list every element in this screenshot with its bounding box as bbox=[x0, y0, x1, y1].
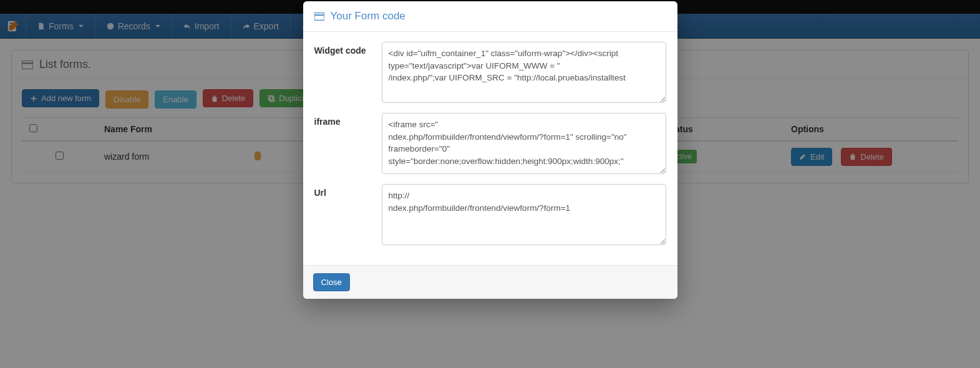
card-icon bbox=[314, 12, 324, 21]
form-code-modal: Your Form code Widget code iframe Url Cl… bbox=[303, 1, 677, 299]
url-textarea[interactable] bbox=[382, 184, 666, 245]
url-label: Url bbox=[314, 184, 371, 245]
iframe-label: iframe bbox=[314, 113, 371, 174]
iframe-textarea[interactable] bbox=[382, 113, 666, 174]
close-button[interactable]: Close bbox=[313, 273, 350, 291]
widget-code-textarea[interactable] bbox=[382, 42, 666, 103]
svg-rect-11 bbox=[314, 12, 324, 20]
modal-header: Your Form code bbox=[303, 1, 677, 32]
widget-code-label: Widget code bbox=[314, 42, 371, 103]
modal-title: Your Form code bbox=[331, 10, 405, 22]
svg-rect-12 bbox=[314, 14, 324, 16]
